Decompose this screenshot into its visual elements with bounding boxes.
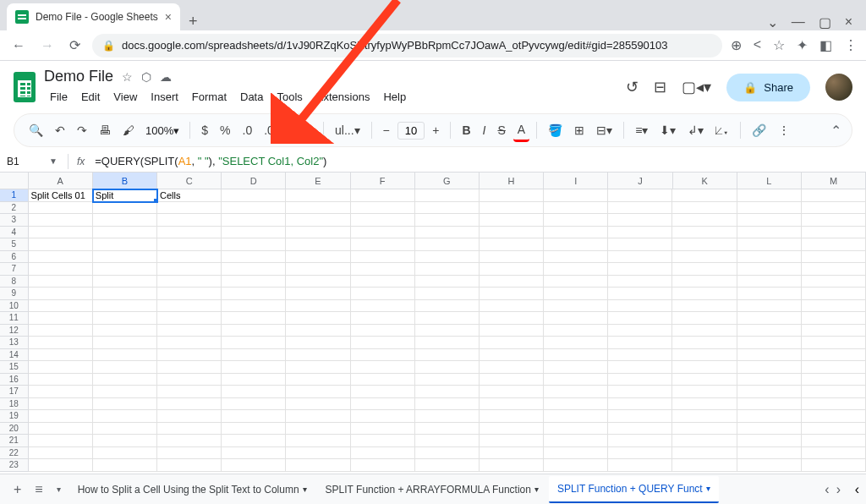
cell-M8[interactable] xyxy=(802,276,866,288)
cell-I15[interactable] xyxy=(544,361,608,374)
cell-E23[interactable] xyxy=(286,459,350,472)
cell-K8[interactable] xyxy=(672,276,737,288)
cell-E15[interactable] xyxy=(286,361,350,374)
cell-I11[interactable] xyxy=(544,312,608,325)
row-header-9[interactable]: 9 xyxy=(0,288,29,300)
cell-G13[interactable] xyxy=(415,337,480,349)
new-tab-button[interactable]: + xyxy=(180,13,206,30)
row-header-3[interactable]: 3 xyxy=(0,214,29,227)
forward-button[interactable]: → xyxy=(37,35,58,57)
increase-font-button[interactable]: + xyxy=(428,120,443,140)
row-header-22[interactable]: 22 xyxy=(0,447,29,460)
collapse-toolbar-icon[interactable]: ⌃ xyxy=(830,123,841,139)
cell-K15[interactable] xyxy=(672,361,737,374)
cell-H10[interactable] xyxy=(480,300,544,313)
cell-A1[interactable]: Split Cells 01 xyxy=(29,189,93,202)
cell-E19[interactable] xyxy=(286,410,350,423)
cell-J18[interactable] xyxy=(608,398,672,411)
col-header-M[interactable]: M xyxy=(802,173,866,189)
cell-B6[interactable] xyxy=(93,251,157,264)
cell-J7[interactable] xyxy=(608,263,672,276)
cell-L19[interactable] xyxy=(737,410,802,423)
cell-M20[interactable] xyxy=(802,423,866,436)
redo-button[interactable]: ↷ xyxy=(73,120,91,140)
menu-help[interactable]: Help xyxy=(377,87,412,107)
menu-file[interactable]: File xyxy=(44,87,74,107)
cell-B7[interactable] xyxy=(93,263,157,276)
meet-icon[interactable]: ▢◂▾ xyxy=(682,78,711,96)
cell-F1[interactable] xyxy=(351,189,415,202)
cell-K10[interactable] xyxy=(672,300,737,313)
cell-A11[interactable] xyxy=(29,312,93,325)
cell-H19[interactable] xyxy=(480,410,544,423)
menu-edit[interactable]: Edit xyxy=(75,87,106,107)
cell-A15[interactable] xyxy=(29,361,93,374)
document-title[interactable]: Demo File xyxy=(44,68,113,85)
cell-B22[interactable] xyxy=(93,447,157,460)
cell-K4[interactable] xyxy=(672,227,737,239)
cell-H15[interactable] xyxy=(480,361,544,374)
cell-H13[interactable] xyxy=(480,337,544,349)
cell-L2[interactable] xyxy=(737,202,802,215)
cell-D21[interactable] xyxy=(222,435,286,447)
cell-J15[interactable] xyxy=(608,361,672,374)
avatar[interactable] xyxy=(825,74,852,101)
cell-L17[interactable] xyxy=(737,386,802,398)
bold-button[interactable]: B xyxy=(458,120,474,140)
cell-M12[interactable] xyxy=(802,325,866,337)
cell-B5[interactable] xyxy=(93,238,157,251)
cell-M23[interactable] xyxy=(802,459,866,472)
col-header-F[interactable]: F xyxy=(351,173,415,189)
cell-D11[interactable] xyxy=(222,312,286,325)
cell-C15[interactable] xyxy=(157,361,222,374)
cell-L10[interactable] xyxy=(737,300,802,313)
cell-L6[interactable] xyxy=(737,251,802,264)
cell-B11[interactable] xyxy=(93,312,157,325)
cell-D12[interactable] xyxy=(222,325,286,337)
cell-M13[interactable] xyxy=(802,337,866,349)
cell-F15[interactable] xyxy=(351,361,415,374)
cell-F14[interactable] xyxy=(351,349,415,362)
cell-C6[interactable] xyxy=(157,251,222,264)
cell-E18[interactable] xyxy=(286,398,350,411)
cell-A10[interactable] xyxy=(29,300,93,313)
cell-H23[interactable] xyxy=(480,459,544,472)
cell-M2[interactable] xyxy=(802,202,866,215)
cell-K5[interactable] xyxy=(672,238,737,251)
cell-F16[interactable] xyxy=(351,374,415,386)
cell-K2[interactable] xyxy=(672,202,737,215)
cell-H17[interactable] xyxy=(480,386,544,398)
cell-K7[interactable] xyxy=(672,263,737,276)
paint-format-button[interactable]: 🖌 xyxy=(118,120,139,140)
sheet-tab-menu-icon[interactable]: ▾ xyxy=(303,485,307,494)
cell-K22[interactable] xyxy=(672,447,737,460)
tab-scroll-right-icon[interactable]: › xyxy=(836,482,841,497)
cell-G18[interactable] xyxy=(415,398,480,411)
cell-A20[interactable] xyxy=(29,423,93,436)
cell-G19[interactable] xyxy=(415,410,480,423)
cell-J13[interactable] xyxy=(608,337,672,349)
cell-I23[interactable] xyxy=(544,459,608,472)
cell-A7[interactable] xyxy=(29,263,93,276)
link-button[interactable]: 🔗 xyxy=(748,120,770,140)
zoom-page-icon[interactable]: ⊕ xyxy=(731,37,742,53)
cell-E6[interactable] xyxy=(286,251,350,264)
cell-A16[interactable] xyxy=(29,374,93,386)
cell-M15[interactable] xyxy=(802,361,866,374)
star-icon[interactable]: ☆ xyxy=(122,70,133,84)
cell-F21[interactable] xyxy=(351,435,415,447)
cell-M16[interactable] xyxy=(802,374,866,386)
url-input[interactable]: 🔒 docs.google.com/spreadsheets/d/1vJ90RZ… xyxy=(92,34,722,58)
cell-D4[interactable] xyxy=(222,227,286,239)
cell-H1[interactable] xyxy=(480,189,544,202)
cell-J9[interactable] xyxy=(608,288,672,300)
cell-B20[interactable] xyxy=(93,423,157,436)
sheets-logo-icon[interactable] xyxy=(14,72,36,102)
sheet-tab-menu-icon[interactable]: ▾ xyxy=(706,484,710,493)
cell-K12[interactable] xyxy=(672,325,737,337)
cell-I16[interactable] xyxy=(544,374,608,386)
name-box-arrow-icon[interactable]: ▼ xyxy=(44,156,63,166)
menu-view[interactable]: View xyxy=(107,87,143,107)
cell-I21[interactable] xyxy=(544,435,608,447)
share-page-icon[interactable]: < xyxy=(754,37,761,53)
